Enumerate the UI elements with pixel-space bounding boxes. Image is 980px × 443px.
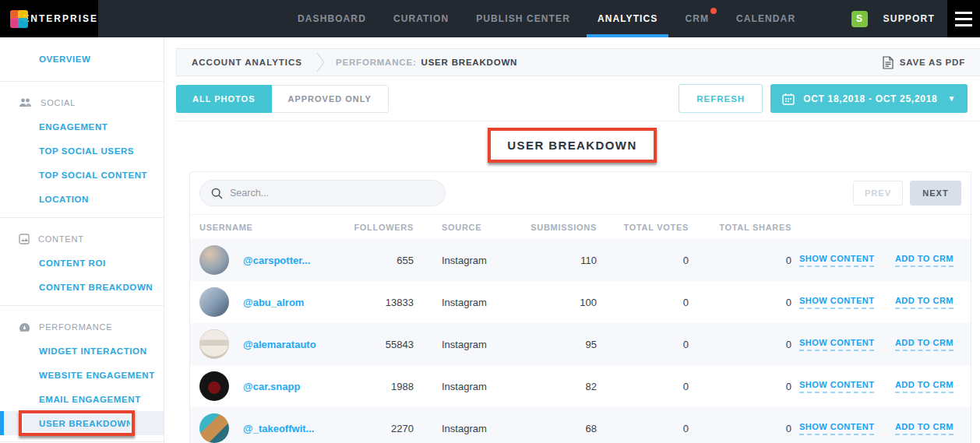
brand-name: ENTERPRISE (23, 13, 98, 24)
total-shares-value: 0 (689, 255, 791, 266)
sidebar-item-overview[interactable]: OVERVIEW (0, 47, 164, 71)
followers-value: 2270 (347, 423, 414, 434)
sidebar-item-location[interactable]: LOCATION (0, 187, 164, 211)
sidebar-item-website-engagement[interactable]: WEBSITE ENGAGEMENT (0, 363, 164, 387)
total-shares-value: 0 (689, 423, 791, 434)
total-shares-value: 0 (689, 339, 791, 350)
nav-item-calendar[interactable]: CALENDAR (736, 0, 795, 37)
sidebar-item-top-social-users[interactable]: TOP SOCIAL USERS (0, 139, 164, 163)
refresh-button[interactable]: REFRESH (679, 84, 763, 113)
nav-item-publish-center[interactable]: PUBLISH CENTER (476, 0, 570, 37)
show-content-link[interactable]: SHOW CONTENT (799, 422, 874, 435)
sidebar-item-label: USER BREAKDOWN (39, 419, 133, 428)
annotation-highlight-box: USER BREAKDOWN (488, 128, 656, 163)
document-icon (883, 56, 894, 69)
sidebar-item-widget-interaction[interactable]: WIDGET INTERACTION (0, 339, 164, 363)
table-row: @alemaratauto 55843 Instagram 95 0 0 SHO… (190, 323, 971, 365)
add-to-crm-link[interactable]: ADD TO CRM (895, 296, 954, 309)
table-row: @abu_alrom 13833 Instagram 100 0 0 SHOW … (190, 281, 971, 323)
nav-item-label: PUBLISH CENTER (476, 13, 570, 24)
sidebar-item-engagement[interactable]: ENGAGEMENT (0, 114, 164, 139)
breadcrumb-section-label: PERFORMANCE: (336, 58, 417, 67)
nav-right-area: S SUPPORT (851, 0, 935, 37)
total-shares-value: 0 (689, 381, 791, 392)
total-votes-value: 0 (597, 255, 689, 266)
avatar (199, 287, 229, 317)
sidebar-item-content-roi[interactable]: CONTENT ROI (0, 251, 164, 275)
nav-item-dashboard[interactable]: DASHBOARD (298, 0, 366, 37)
add-to-crm-link[interactable]: ADD TO CRM (895, 338, 954, 351)
table-row: @car.snapp 1988 Instagram 82 0 0 SHOW CO… (190, 365, 971, 407)
username-link[interactable]: @car.snapp (243, 381, 300, 392)
followers-value: 655 (347, 255, 414, 266)
show-content-link[interactable]: SHOW CONTENT (799, 380, 874, 393)
total-shares-value: 0 (689, 297, 791, 308)
nav-item-analytics[interactable]: ANALYTICS (598, 0, 657, 37)
show-content-link[interactable]: SHOW CONTENT (799, 254, 874, 267)
username-link[interactable]: @_takeoffwit... (243, 423, 314, 434)
brand-logo-block[interactable]: ENTERPRISE (0, 0, 98, 37)
sidebar-item-label: TOP SOCIAL CONTENT (39, 171, 147, 180)
content-icon (19, 234, 30, 244)
sidebar-section-social: SOCIAL ENGAGEMENT TOP SOCIAL USERS TOP S… (0, 81, 164, 217)
column-header-total-votes: TOTAL VOTES (597, 223, 689, 232)
sidebar-item-top-social-content[interactable]: TOP SOCIAL CONTENT (0, 163, 164, 187)
table-row: @carspotter... 655 Instagram 110 0 0 SHO… (190, 239, 971, 281)
tab-all-photos[interactable]: ALL PHOTOS (176, 85, 272, 113)
total-votes-value: 0 (597, 339, 689, 350)
nav-item-curation[interactable]: CURATION (393, 0, 449, 37)
avatar (199, 413, 229, 443)
followers-value: 55843 (347, 339, 414, 350)
page-content: USER BREAKDOWN PREV NEXT USERNAME FOLLOW… (164, 121, 980, 443)
search-box[interactable] (199, 180, 446, 206)
sidebar-section-label: CONTENT (38, 234, 84, 244)
source-value: Instagram (414, 423, 507, 434)
avatar (199, 371, 229, 401)
show-content-link[interactable]: SHOW CONTENT (799, 338, 874, 351)
add-to-crm-link[interactable]: ADD TO CRM (895, 254, 954, 267)
breadcrumb-root-link[interactable]: ACCOUNT ANALYTICS (192, 58, 302, 67)
column-header-total-shares: TOTAL SHARES (689, 223, 791, 232)
avatar (199, 329, 229, 359)
calendar-icon (782, 93, 795, 105)
nav-item-label: CURATION (393, 13, 449, 24)
date-range-picker[interactable]: OCT 18,2018 - OCT 25,2018 ▼ (770, 84, 968, 113)
chevron-down-icon: ▼ (947, 94, 956, 103)
search-icon (211, 188, 223, 199)
save-as-pdf-label: SAVE AS PDF (900, 58, 965, 67)
add-to-crm-link[interactable]: ADD TO CRM (895, 422, 954, 435)
save-as-pdf-button[interactable]: SAVE AS PDF (883, 56, 965, 69)
source-value: Instagram (414, 381, 507, 392)
panel-toolbar: PREV NEXT (190, 172, 971, 214)
source-value: Instagram (414, 255, 507, 266)
add-to-crm-link[interactable]: ADD TO CRM (895, 380, 954, 393)
main-content: ACCOUNT ANALYTICS PERFORMANCE: USER BREA… (164, 37, 980, 443)
sidebar-item-user-breakdown[interactable]: USER BREAKDOWN (0, 411, 164, 435)
top-navigation-bar: ENTERPRISE DASHBOARD CURATION PUBLISH CE… (0, 0, 980, 37)
tab-approved-only[interactable]: APPROVED ONLY (272, 85, 389, 113)
nav-item-crm[interactable]: CRM (685, 0, 709, 37)
sidebar-section-performance: PERFORMANCE WIDGET INTERACTION WEBSITE E… (0, 305, 164, 441)
submissions-value: 110 (507, 255, 597, 266)
username-link[interactable]: @alemaratauto (243, 339, 316, 350)
sidebar-item-label: ENGAGEMENT (39, 122, 108, 132)
sidebar-item-email-engagement[interactable]: EMAIL ENGAGEMENT (0, 387, 164, 411)
sidebar-item-label: CONTENT BREAKDOWN (39, 283, 153, 292)
search-input[interactable] (230, 188, 425, 199)
sidebar-item-label: WIDGET INTERACTION (39, 346, 147, 356)
support-link[interactable]: SUPPORT (883, 13, 935, 24)
next-button[interactable]: NEXT (910, 181, 961, 206)
sidebar-item-label: EMAIL ENGAGEMENT (39, 395, 141, 404)
sidebar-item-content-breakdown[interactable]: CONTENT BREAKDOWN (0, 275, 164, 299)
username-link[interactable]: @carspotter... (243, 255, 310, 266)
sidebar-section-header: PERFORMANCE (0, 315, 164, 339)
username-link[interactable]: @abu_alrom (243, 297, 304, 308)
hamburger-menu-icon[interactable] (947, 0, 980, 37)
sidebar-section-label: SOCIAL (41, 98, 76, 107)
avatar (199, 245, 229, 275)
show-content-link[interactable]: SHOW CONTENT (799, 296, 874, 309)
chevron-right-icon (316, 52, 325, 72)
prev-button[interactable]: PREV (853, 181, 903, 206)
total-votes-value: 0 (597, 297, 689, 308)
user-avatar-badge[interactable]: S (851, 11, 868, 27)
